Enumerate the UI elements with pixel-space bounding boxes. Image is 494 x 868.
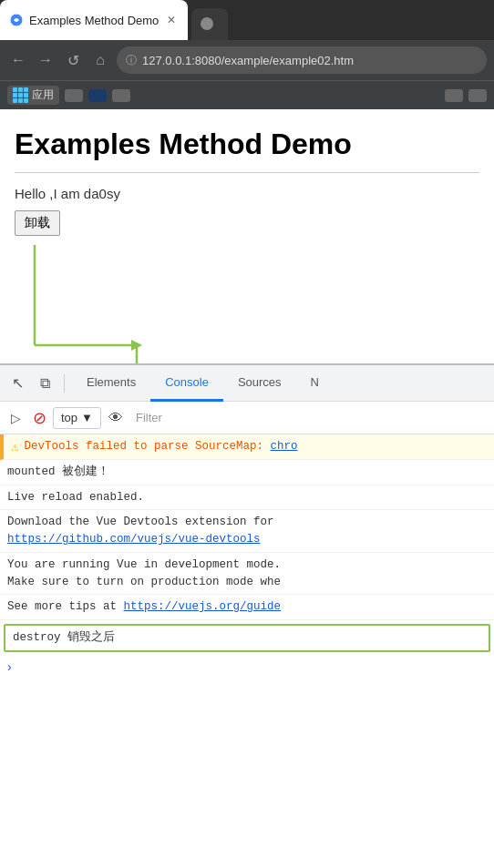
apps-button[interactable]: 应用 [7,86,59,105]
console-messages: ⚠ DevTools failed to parse SourceMap: ch… [0,434,494,656]
tab-title: Examples Method Demo [29,14,159,27]
apps-label: 应用 [32,87,54,103]
warning-orange-text: DevTools failed to parse SourceMap: [24,440,270,453]
tab-close-button[interactable]: ✕ [164,13,179,27]
bookmark-3[interactable] [112,89,130,102]
bookmark-5[interactable] [468,89,487,102]
devtools-panel: ↖ ⧉ Elements Console Sources N ▷ ⊘ top ▼… [0,363,494,678]
destroy-msg: destroy 销毁之后 [4,624,490,652]
tips-msg: See more tips at https://vuejs.org/guide [0,595,494,620]
svg-marker-3 [131,340,142,351]
tab-more[interactable]: N [296,365,334,402]
unload-button[interactable]: 卸载 [15,210,60,236]
download-devtools-text: Download the Vue Devtools extension for … [7,514,274,548]
inactive-tab[interactable] [191,8,228,40]
console-warning-msg: ⚠ DevTools failed to parse SourceMap: ch… [0,434,494,460]
arrow-svg [0,245,494,363]
address-text: 127.0.0.1:8080/example/example02.htm [142,54,354,67]
warning-text: DevTools failed to parse SourceMap: chro [24,438,297,455]
play-icon[interactable]: ▷ [5,408,26,428]
page-content: Examples Method Demo Hello ,I am da0sy 卸… [0,109,494,245]
device-icon[interactable]: ⧉ [33,372,57,395]
secure-icon: ⓘ [126,53,137,68]
bookmark-2[interactable] [88,89,107,102]
bookmark-1[interactable] [65,89,83,102]
home-button[interactable]: ⌂ [89,49,111,71]
block-icon[interactable]: ⊘ [29,408,49,428]
tab-elements[interactable]: Elements [72,365,150,402]
context-select[interactable]: top ▼ [53,407,101,429]
apps-grid-icon [13,87,28,103]
live-reload-text: Live reload enabled. [7,489,144,506]
console-toolbar: ▷ ⊘ top ▼ 👁 Filter [0,402,494,434]
eye-icon[interactable]: 👁 [105,407,127,429]
inactive-tab-indicator [201,17,213,30]
vuejs-guide-link[interactable]: https://vuejs.org/guide [124,600,282,613]
active-tab[interactable]: Examples Method Demo ✕ [0,0,188,40]
tab-sources[interactable]: Sources [223,365,296,402]
reload-button[interactable]: ↺ [62,49,84,71]
mounted-text: mounted 被创建！ [7,464,109,481]
chevron-right-icon[interactable]: › [7,659,12,674]
console-bottom: › [0,656,494,678]
devtools-toolbar: ↖ ⧉ Elements Console Sources N [0,365,494,402]
mounted-msg: mounted 被创建！ [0,460,494,485]
running-vue-msg: You are running Vue in development mode.… [0,553,494,596]
page-title: Examples Method Demo [15,128,479,161]
page-divider [15,172,479,173]
vue-devtools-link[interactable]: https://github.com/vuejs/vue-devtools [7,533,261,546]
context-chevron: ▼ [81,411,93,424]
arrow-area [0,245,494,363]
browser-chrome: Examples Method Demo ✕ ← → ↺ ⌂ ⓘ 127.0.0… [0,0,494,109]
address-box[interactable]: ⓘ 127.0.0.1:8080/example/example02.htm [117,46,487,74]
back-button[interactable]: ← [7,49,29,71]
tips-text: See more tips at https://vuejs.org/guide [7,598,281,616]
tab-console[interactable]: Console [150,365,223,402]
tab-bar: Examples Method Demo ✕ [0,0,494,40]
bookmarks-bar: 应用 [0,80,494,109]
bookmark-4[interactable] [445,89,463,102]
toolbar-separator [64,374,65,393]
running-vue-text: You are running Vue in development mode.… [7,557,281,591]
forward-button[interactable]: → [35,49,57,71]
address-bar-row: ← → ↺ ⌂ ⓘ 127.0.0.1:8080/example/example… [0,40,494,80]
cursor-icon[interactable]: ↖ [5,372,29,395]
devtools-tabs: Elements Console Sources N [72,365,489,402]
live-reload-msg: Live reload enabled. [0,485,494,511]
tab-favicon [9,13,24,27]
warning-icon: ⚠ [11,439,18,454]
hello-text: Hello ,I am da0sy [15,186,479,201]
sourcemap-link[interactable]: chro [270,440,297,453]
destroy-text: destroy 销毁之后 [13,629,115,647]
download-devtools-msg: Download the Vue Devtools extension for … [0,510,494,553]
context-label: top [61,411,77,424]
filter-placeholder: Filter [130,411,489,424]
